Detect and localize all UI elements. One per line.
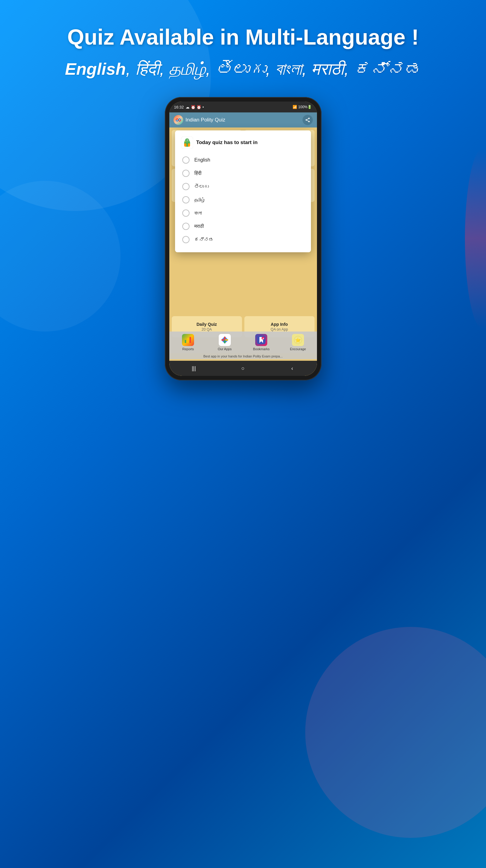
- phone-mockup: 16:32 ☁ ⏰ ⏰ • 📶 100%🔋: [0, 97, 486, 380]
- svg-point-3: [308, 121, 310, 122]
- phone-screen: 16:32 ☁ ⏰ ⏰ • 📶 100%🔋: [169, 101, 317, 376]
- decorative-glow: [465, 148, 486, 329]
- radio-kannada[interactable]: ಕನ್ನಡ: [181, 233, 305, 246]
- radio-tamil[interactable]: தமிழ்: [181, 193, 305, 207]
- battery-text: 100%🔋: [298, 105, 312, 109]
- main-title: Quiz Available in Multi-Language !: [0, 24, 486, 50]
- svg-point-15: [184, 143, 187, 147]
- svg-point-2: [305, 119, 307, 121]
- radio-kannada-label: ಕನ್ನಡ: [194, 237, 214, 242]
- status-bar: 16:32 ☁ ⏰ ⏰ • 📶 100%🔋: [169, 101, 317, 113]
- header-section: Quiz Available in Multi-Language ! Engli…: [0, 0, 486, 79]
- radio-kannada-circle[interactable]: [182, 236, 190, 243]
- other-languages: , हिंदी, தமிழ், తెలుగు, বাংলা, मराठी, ಕನ…: [126, 59, 421, 79]
- radio-tamil-label: தமிழ்: [194, 197, 204, 203]
- status-time: 16:32: [174, 105, 184, 110]
- radio-telugu-circle[interactable]: [182, 183, 190, 190]
- language-dialog: Today quiz has to start in English हिंदी…: [175, 130, 311, 252]
- encourage-label: Encourage: [290, 347, 306, 351]
- radio-marathi[interactable]: मराठी: [181, 220, 305, 233]
- back-button[interactable]: ‹: [287, 363, 298, 374]
- dialog-header: Today quiz has to start in: [181, 136, 305, 149]
- radio-english-circle[interactable]: [182, 156, 190, 164]
- dialog-logo: [181, 136, 193, 149]
- radio-marathi-circle[interactable]: [182, 223, 190, 230]
- radio-english-label: English: [194, 157, 210, 163]
- radio-telugu[interactable]: తెలుగు: [181, 180, 305, 193]
- status-left: 16:32 ☁ ⏰ ⏰ •: [174, 105, 204, 110]
- radio-tamil-circle[interactable]: [182, 196, 190, 204]
- back-stack-button[interactable]: |||: [188, 363, 199, 374]
- svg-line-5: [307, 119, 308, 120]
- bookmarks-label: Bookmarks: [253, 347, 270, 351]
- app-bar-left: Indian Polity Quiz: [173, 115, 225, 125]
- app-logo: [173, 115, 183, 125]
- radio-hindi[interactable]: हिंदी: [181, 167, 305, 180]
- app-title: Indian Polity Quiz: [186, 117, 225, 123]
- reports-label: Reports: [182, 347, 194, 351]
- radio-bengali-label: বাংলা: [194, 210, 202, 216]
- svg-point-14: [188, 140, 188, 141]
- our-apps-label: Our Apps: [218, 347, 232, 351]
- svg-point-1: [308, 118, 310, 119]
- radio-marathi-label: मराठी: [194, 224, 204, 229]
- wifi-icon: 📶: [293, 105, 297, 109]
- english-text: English: [65, 59, 126, 79]
- radio-hindi-label: हिंदी: [194, 170, 201, 176]
- radio-english[interactable]: English: [181, 153, 305, 167]
- status-right: 📶 100%🔋: [293, 105, 312, 109]
- share-button[interactable]: [302, 115, 313, 125]
- dialog-title: Today quiz has to start in: [196, 140, 258, 146]
- svg-rect-17: [185, 340, 186, 343]
- radio-hindi-circle[interactable]: [182, 170, 190, 177]
- svg-point-16: [188, 143, 190, 147]
- dialog-overlay: Today quiz has to start in English हिंदी…: [169, 127, 317, 340]
- radio-telugu-label: తెలుగు: [194, 184, 209, 189]
- system-nav-bar: ||| ○ ‹: [169, 361, 317, 376]
- radio-bengali[interactable]: বাংলা: [181, 207, 305, 220]
- phone-frame: 16:32 ☁ ⏰ ⏰ • 📶 100%🔋: [165, 97, 322, 380]
- home-button[interactable]: ○: [237, 363, 248, 374]
- radio-bengali-circle[interactable]: [182, 210, 190, 217]
- app-bar: Indian Polity Quiz: [169, 113, 317, 127]
- status-icons: ☁ ⏰ ⏰ •: [186, 105, 204, 110]
- svg-line-4: [307, 121, 308, 121]
- language-subtitle: English, हिंदी, தமிழ், తెలుగు, বাংলা, मर…: [0, 59, 486, 79]
- promo-banner: Best app in your hands for Indian Polity…: [169, 353, 317, 359]
